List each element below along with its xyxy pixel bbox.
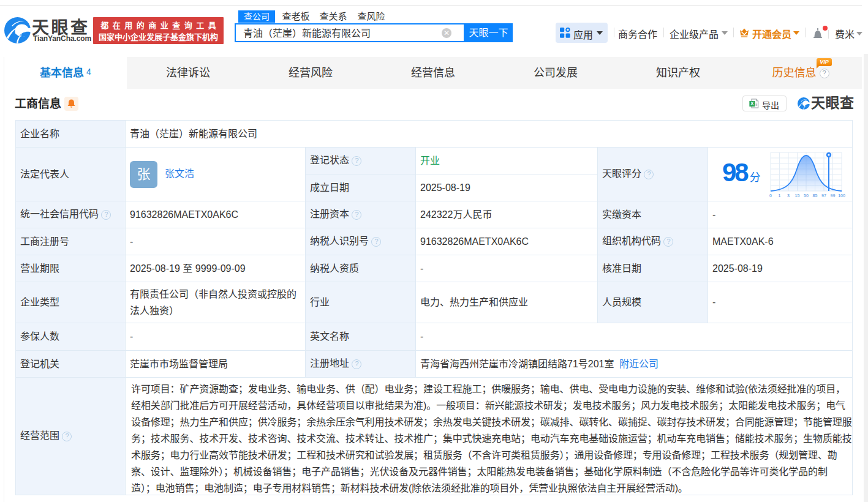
svg-text:97: 97 (821, 193, 826, 198)
svg-text:50: 50 (804, 193, 809, 198)
svg-text:0: 0 (769, 193, 772, 198)
svg-text:99: 99 (831, 193, 836, 198)
svg-text:15: 15 (795, 193, 800, 198)
svg-text:1: 1 (779, 193, 781, 198)
svg-text:3: 3 (787, 193, 790, 198)
svg-text:X: X (750, 100, 754, 107)
svg-text:85: 85 (813, 193, 818, 198)
svg-text:100: 100 (838, 193, 845, 198)
